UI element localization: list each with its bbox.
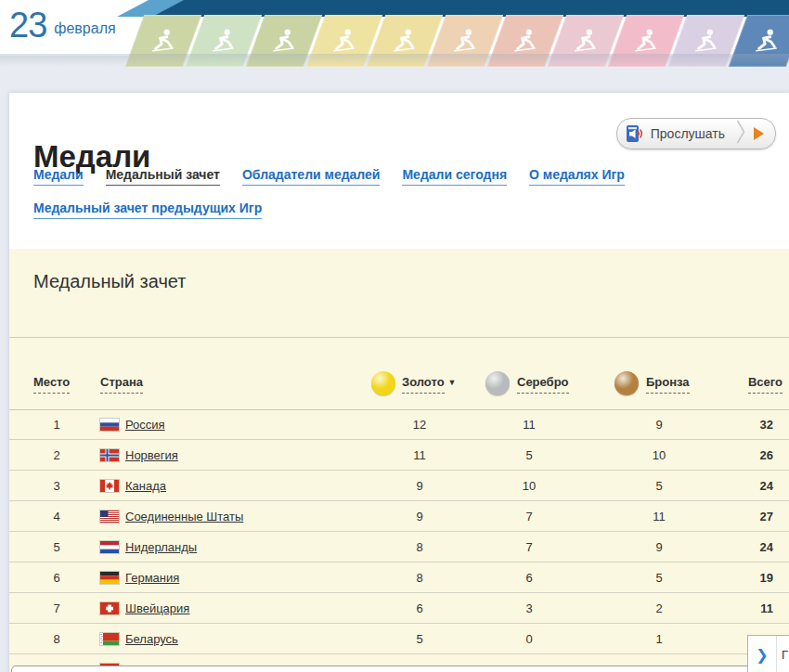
gold-count: 9 xyxy=(390,479,449,493)
nav-row-2: Медальный зачет предыдущих Игр xyxy=(33,200,767,219)
total-count: 26 xyxy=(699,448,773,462)
gold-count: 12 xyxy=(390,418,449,432)
nav-medal-standings[interactable]: Медальный зачет xyxy=(106,167,220,186)
country-link[interactable]: Швейцария xyxy=(125,601,189,615)
place-cell: 2 xyxy=(33,448,80,462)
country-link[interactable]: Нидерланды xyxy=(125,540,197,554)
standings-section: Медальный зачет Место Страна Золото▼ Сер… xyxy=(9,249,789,672)
gold-count: 9 xyxy=(390,510,449,523)
bronze-count: 10 xyxy=(629,448,689,462)
curling-icon xyxy=(391,27,419,55)
silver-count: 6 xyxy=(499,571,559,585)
biathlon-icon xyxy=(451,27,479,55)
bronze-count: 9 xyxy=(629,418,689,432)
total-count: 27 xyxy=(699,510,773,523)
date-month: февраля xyxy=(54,20,115,36)
total-count: 24 xyxy=(699,479,773,493)
column-header-silver[interactable]: Серебро xyxy=(517,375,569,394)
gold-medal-icon xyxy=(371,371,395,395)
silver-count: 7 xyxy=(499,540,559,554)
play-icon[interactable] xyxy=(754,127,764,140)
cross-country-skiing-icon xyxy=(511,27,539,55)
ski-jumping-icon xyxy=(572,27,600,55)
nav-medal-holders[interactable]: Обладатели медалей xyxy=(242,167,381,186)
place-cell: 5 xyxy=(33,540,80,554)
date-display: 23февраля xyxy=(9,6,116,45)
snowboarding-icon xyxy=(692,27,720,55)
norway-flag-icon xyxy=(100,449,119,461)
corner-popup: ❯ Г xyxy=(747,635,789,672)
medals-nav: Медали Медальный зачет Обладатели медале… xyxy=(33,167,767,234)
table-row: 5 Нидерланды 8 7 9 24 xyxy=(9,532,789,562)
silver-count: 11 xyxy=(499,418,559,432)
silver-count: 7 xyxy=(499,510,559,523)
nav-medals-today[interactable]: Медали сегодня xyxy=(402,167,507,186)
nav-about-medals[interactable]: О медалях Игр xyxy=(529,167,625,186)
country-link[interactable]: Германия xyxy=(125,571,179,585)
country-link[interactable]: Россия xyxy=(125,418,165,432)
chevron-separator-icon xyxy=(736,120,745,148)
canada-flag-icon xyxy=(100,480,119,492)
speed-skating-icon xyxy=(210,27,238,55)
listen-button[interactable]: Прослушать xyxy=(616,118,776,149)
listen-button-label: Прослушать xyxy=(651,126,725,141)
bronze-count: 5 xyxy=(629,571,689,585)
table-row: 4 Соединенные Штаты 9 7 11 27 xyxy=(9,501,789,532)
expand-chevron-icon[interactable]: ❯ xyxy=(748,636,777,672)
switzerland-flag-icon xyxy=(100,602,119,614)
table-row: 7 Швейцария 6 3 2 11 xyxy=(9,593,789,624)
total-count: 32 xyxy=(699,418,773,432)
table-row: 1 Россия 12 11 9 32 xyxy=(9,409,789,440)
alpine-skiing-icon xyxy=(753,27,781,55)
gold-count: 5 xyxy=(390,632,449,646)
speaker-icon xyxy=(624,123,644,144)
netherlands-flag-icon xyxy=(100,541,119,553)
russia-flag-icon xyxy=(100,419,119,431)
silver-medal-icon xyxy=(485,371,510,395)
date-day: 23 xyxy=(9,6,46,45)
silver-count: 10 xyxy=(499,479,559,493)
total-count: 24 xyxy=(699,540,773,554)
pair-figure-skating-icon xyxy=(270,27,298,55)
gold-count: 8 xyxy=(390,540,449,554)
nav-medals[interactable]: Медали xyxy=(33,167,84,186)
country-link[interactable]: Беларусь xyxy=(125,632,178,646)
gold-count: 11 xyxy=(390,448,449,462)
nav-row-1: Медали Медальный зачет Обладатели медале… xyxy=(33,167,767,186)
bronze-medal-icon xyxy=(614,371,639,395)
column-header-place[interactable]: Место xyxy=(33,375,70,394)
medal-standings-page: { "banner": { "date_day": "23", "date_mo… xyxy=(0,0,789,672)
table-row: 6 Германия 8 6 5 19 xyxy=(9,562,789,593)
place-cell: 3 xyxy=(33,479,80,493)
table-row: 3 Канада 9 10 5 24 xyxy=(9,471,789,501)
column-header-gold[interactable]: Золото▼ xyxy=(402,375,457,394)
column-header-bronze[interactable]: Бронза xyxy=(646,375,690,394)
belarus-flag-icon xyxy=(100,633,119,645)
germany-flag-icon xyxy=(100,572,119,584)
standings-table-body: 1 Россия 12 11 9 32 2 Норвегия 11 5 10 2… xyxy=(9,409,789,672)
total-count: 19 xyxy=(699,571,773,585)
bottom-panel-edge xyxy=(11,666,789,672)
gold-count: 8 xyxy=(390,571,449,585)
figure-skating-icon xyxy=(330,27,358,55)
column-header-country[interactable]: Страна xyxy=(100,375,143,394)
silver-count: 3 xyxy=(499,601,559,615)
ice-hockey-icon xyxy=(149,27,177,55)
place-cell: 7 xyxy=(33,601,80,615)
country-link[interactable]: Норвегия xyxy=(125,448,178,462)
column-header-total[interactable]: Всего xyxy=(708,375,783,394)
nav-previous-games-standings[interactable]: Медальный зачет предыдущих Игр xyxy=(33,200,262,219)
country-link[interactable]: Канада xyxy=(125,479,166,493)
sort-arrow-icon: ▼ xyxy=(448,378,457,387)
place-cell: 6 xyxy=(33,571,80,585)
place-cell: 4 xyxy=(33,510,80,523)
bronze-count: 11 xyxy=(629,510,689,523)
freestyle-skiing-icon xyxy=(632,27,660,55)
place-cell: 8 xyxy=(33,632,80,646)
silver-count: 0 xyxy=(499,632,559,646)
bronze-count: 9 xyxy=(629,540,689,554)
country-link[interactable]: Соединенные Штаты xyxy=(125,510,243,523)
table-header: Место Страна Золото▼ Серебро Бронза Всег… xyxy=(9,337,789,410)
usa-flag-icon xyxy=(100,510,119,523)
gold-count: 6 xyxy=(390,601,449,615)
